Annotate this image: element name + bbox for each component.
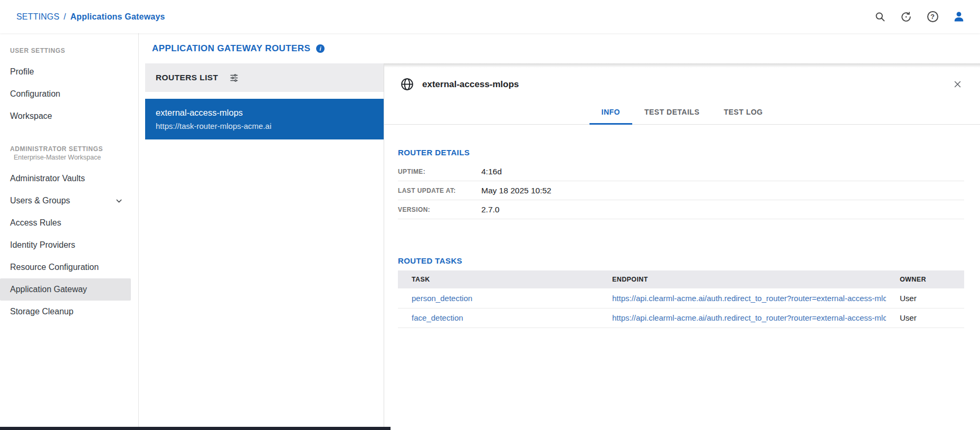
endpoint-link[interactable]: https://api.clearml-acme.ai/auth.redirec… bbox=[612, 294, 886, 303]
close-icon[interactable] bbox=[951, 78, 964, 91]
breadcrumb-current: Applications Gateways bbox=[70, 12, 165, 22]
sidebar-item-storage-cleanup[interactable]: Storage Cleanup bbox=[0, 301, 131, 323]
router-url: https://task-router-mlops-acme.ai bbox=[156, 121, 373, 130]
settings-sidebar: USER SETTINGS Profile Configuration Work… bbox=[0, 33, 139, 430]
tab-test-details[interactable]: TEST DETAILS bbox=[632, 100, 712, 125]
page-title-row: APPLICATION GATEWAY ROUTERS i bbox=[139, 33, 980, 63]
breadcrumb-separator: / bbox=[64, 12, 66, 22]
table-row: person_detection https://api.clearml-acm… bbox=[398, 288, 964, 308]
detail-row-value: 4:16d bbox=[481, 167, 502, 176]
task-link[interactable]: face_detection bbox=[412, 313, 463, 322]
sidebar-item-administrator-vaults[interactable]: Administrator Vaults bbox=[0, 167, 131, 190]
table-row: face_detection https://api.clearml-acme.… bbox=[398, 308, 964, 328]
detail-row-label: VERSION: bbox=[398, 206, 481, 213]
tab-test-log[interactable]: TEST LOG bbox=[711, 100, 775, 125]
detail-row-value: May 18 2025 10:52 bbox=[481, 186, 551, 195]
task-link[interactable]: person_detection bbox=[412, 294, 472, 303]
detail-row-last-update: LAST UPDATE AT: May 18 2025 10:52 bbox=[398, 181, 964, 200]
sidebar-item-identity-providers[interactable]: Identity Providers bbox=[0, 234, 131, 256]
chevron-down-icon bbox=[115, 197, 123, 205]
user-settings-label: USER SETTINGS bbox=[10, 47, 138, 54]
help-icon[interactable]: ? bbox=[926, 11, 939, 23]
router-detail-panel: external-access-mlops INFO TEST DETAILS … bbox=[384, 63, 980, 430]
panels-row: ROUTERS LIST external-access-mlops https… bbox=[139, 63, 980, 430]
column-header-task: TASK bbox=[398, 270, 598, 288]
whats-new-icon[interactable] bbox=[900, 11, 912, 23]
sidebar-item-users-groups[interactable]: Users & Groups bbox=[0, 190, 131, 212]
owner-value: User bbox=[886, 288, 964, 308]
detail-row-label: LAST UPDATE AT: bbox=[398, 187, 481, 194]
info-icon[interactable]: i bbox=[316, 44, 325, 53]
administrator-settings-label: ADMINISTRATOR SETTINGS bbox=[10, 145, 138, 153]
routed-tasks-table: TASK ENDPOINT OWNER person_detection htt… bbox=[398, 270, 964, 328]
header-icons: ? bbox=[873, 11, 965, 23]
sidebar-section-gap bbox=[0, 127, 138, 145]
routed-tasks-heading: ROUTED TASKS bbox=[398, 256, 964, 265]
sidebar-item-application-gateway[interactable]: Application Gateway bbox=[0, 278, 131, 301]
column-header-endpoint: ENDPOINT bbox=[598, 270, 886, 288]
routers-list-title: ROUTERS LIST bbox=[156, 73, 218, 82]
endpoint-link[interactable]: https://api.clearml-acme.ai/auth.redirec… bbox=[612, 313, 886, 322]
globe-icon bbox=[400, 77, 414, 91]
router-name: external-access-mlops bbox=[156, 108, 373, 118]
content-row: USER SETTINGS Profile Configuration Work… bbox=[0, 33, 980, 430]
detail-body: ROUTER DETAILS UPTIME: 4:16d LAST UPDATE… bbox=[384, 125, 980, 328]
sidebar-item-configuration[interactable]: Configuration bbox=[0, 83, 131, 105]
table-header-row: TASK ENDPOINT OWNER bbox=[398, 270, 964, 288]
top-header: SETTINGS / Applications Gateways ? bbox=[0, 0, 980, 33]
sidebar-item-resource-configuration[interactable]: Resource Configuration bbox=[0, 256, 131, 278]
owner-value: User bbox=[886, 308, 964, 328]
search-icon[interactable] bbox=[873, 11, 886, 23]
sidebar-item-workspace[interactable]: Workspace bbox=[0, 105, 131, 127]
help-glyph: ? bbox=[927, 11, 938, 22]
detail-row-uptime: UPTIME: 4:16d bbox=[398, 162, 964, 181]
breadcrumb-settings[interactable]: SETTINGS bbox=[16, 12, 60, 22]
filter-icon[interactable] bbox=[230, 73, 239, 82]
detail-row-label: UPTIME: bbox=[398, 168, 481, 175]
detail-row-version: VERSION: 2.7.0 bbox=[398, 200, 964, 219]
sidebar-item-label: Users & Groups bbox=[10, 196, 70, 205]
bottom-strip bbox=[0, 427, 391, 430]
detail-row-value: 2.7.0 bbox=[481, 205, 499, 214]
tab-info[interactable]: INFO bbox=[589, 100, 632, 125]
detail-title: external-access-mlops bbox=[422, 79, 519, 90]
workspace-name-label: Enterprise-Master Workspace bbox=[14, 154, 138, 161]
breadcrumb: SETTINGS / Applications Gateways bbox=[16, 12, 165, 22]
page-title: APPLICATION GATEWAY ROUTERS bbox=[152, 43, 310, 54]
router-details-heading: ROUTER DETAILS bbox=[398, 148, 964, 157]
routers-list-panel: ROUTERS LIST external-access-mlops https… bbox=[145, 63, 384, 430]
app-window: SETTINGS / Applications Gateways ? bbox=[0, 0, 980, 430]
router-list-item[interactable]: external-access-mlops https://task-route… bbox=[145, 99, 384, 139]
detail-tabs: INFO TEST DETAILS TEST LOG bbox=[384, 100, 980, 125]
routers-list-header: ROUTERS LIST bbox=[145, 63, 384, 92]
column-header-owner: OWNER bbox=[886, 270, 964, 288]
sidebar-item-profile[interactable]: Profile bbox=[0, 61, 131, 83]
sidebar-item-access-rules[interactable]: Access Rules bbox=[0, 212, 131, 234]
avatar[interactable] bbox=[953, 11, 965, 23]
detail-header: external-access-mlops bbox=[384, 63, 980, 91]
main-area: APPLICATION GATEWAY ROUTERS i ROUTERS LI… bbox=[139, 33, 980, 430]
